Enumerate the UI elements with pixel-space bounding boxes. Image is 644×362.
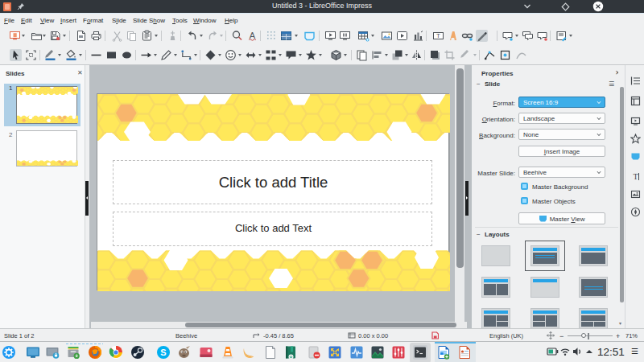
svg-text:T: T bbox=[436, 32, 440, 39]
svg-text:S: S bbox=[160, 348, 166, 357]
svg-text:A: A bbox=[250, 31, 256, 40]
svg-text:T: T bbox=[633, 172, 638, 181]
